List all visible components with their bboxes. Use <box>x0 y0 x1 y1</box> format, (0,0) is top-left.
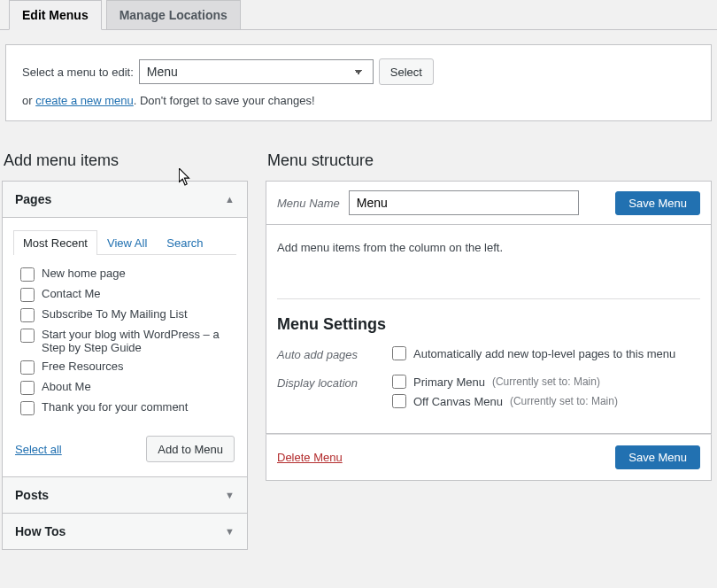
accordion-pages: Pages ▲ Most Recent View All Search New … <box>2 181 248 477</box>
page-list[interactable]: New home page Contact Me Subscribe To My… <box>13 255 236 423</box>
page-checkbox[interactable] <box>20 360 35 375</box>
create-menu-link[interactable]: create a new menu <box>35 94 134 107</box>
auto-add-label: Auto add pages <box>277 346 392 361</box>
tab-manage-locations[interactable]: Manage Locations <box>106 0 241 30</box>
accordion-pages-head[interactable]: Pages ▲ <box>3 182 247 218</box>
select-all-link[interactable]: Select all <box>15 443 62 456</box>
divider <box>277 298 700 299</box>
save-menu-button-top[interactable]: Save Menu <box>615 191 700 215</box>
accordion-howtos: How Tos ▼ <box>2 514 248 550</box>
auto-add-text: Automatically add new top-level pages to… <box>413 347 675 360</box>
accordion-posts-head[interactable]: Posts ▼ <box>3 477 247 513</box>
menu-selector-box: Select a menu to edit: Menu Select or cr… <box>5 44 712 121</box>
chevron-down-icon: ▼ <box>225 526 235 537</box>
location-primary-text: Primary Menu <box>413 375 485 389</box>
location-offcanvas-checkbox[interactable] <box>392 394 406 408</box>
page-item[interactable]: About Me <box>20 377 229 398</box>
select-button[interactable]: Select <box>379 58 434 85</box>
menu-name-input[interactable] <box>349 190 579 215</box>
select-menu-label: Select a menu to edit: <box>22 66 134 79</box>
inner-tabs: Most Recent View All Search <box>13 230 236 255</box>
display-location-label: Display location <box>277 375 392 390</box>
chevron-down-icon: ▼ <box>225 490 235 500</box>
page-item[interactable]: Free Resources <box>20 357 229 377</box>
menu-settings-title: Menu Settings <box>277 315 700 334</box>
auto-add-checkbox[interactable] <box>392 346 406 360</box>
accordion-pages-title: Pages <box>15 192 51 206</box>
save-menu-button-bottom[interactable]: Save Menu <box>615 445 700 469</box>
page-item[interactable]: Start your blog with WordPress – a Step … <box>20 325 229 357</box>
menu-name-row: Menu Name Save Menu <box>266 181 712 225</box>
menu-hint: Add menu items from the column on the le… <box>277 241 700 254</box>
menu-name-label: Menu Name <box>277 197 340 210</box>
selector-tail: . Don't forget to save your changes! <box>134 94 315 107</box>
inner-tab-all[interactable]: View All <box>97 230 157 255</box>
delete-menu-link[interactable]: Delete Menu <box>277 451 343 464</box>
location-primary-sub: (Currently set to: Main) <box>492 375 600 388</box>
inner-tab-search[interactable]: Search <box>157 230 212 255</box>
location-offcanvas-text: Off Canvas Menu <box>413 395 503 408</box>
add-to-menu-button[interactable]: Add to Menu <box>146 436 235 462</box>
accordion-posts-title: Posts <box>15 488 49 502</box>
inner-tab-recent[interactable]: Most Recent <box>13 230 97 255</box>
page-item[interactable]: Subscribe To My Mailing List <box>20 305 229 325</box>
page-checkbox[interactable] <box>20 267 35 282</box>
menu-footer: Delete Menu Save Menu <box>266 434 712 481</box>
selector-or: or <box>22 94 35 107</box>
chevron-up-icon: ▲ <box>225 194 235 205</box>
page-checkbox[interactable] <box>20 381 35 395</box>
page-checkbox[interactable] <box>20 308 35 322</box>
add-items-heading: Add menu items <box>4 151 248 170</box>
accordion-howtos-title: How Tos <box>15 524 66 538</box>
accordion-posts: Posts ▼ <box>2 477 248 514</box>
page-checkbox[interactable] <box>20 329 35 343</box>
location-primary-row[interactable]: Primary Menu (Currently set to: Main) <box>392 375 700 389</box>
page-checkbox[interactable] <box>20 288 35 302</box>
page-checkbox[interactable] <box>20 401 35 415</box>
menu-structure-heading: Menu structure <box>267 151 712 170</box>
accordion-howtos-head[interactable]: How Tos ▼ <box>3 514 247 549</box>
auto-add-check-row[interactable]: Automatically add new top-level pages to… <box>392 346 700 360</box>
page-item[interactable]: Thank you for your comment <box>20 398 229 418</box>
menu-body: Add menu items from the column on the le… <box>266 225 712 434</box>
nav-tabs: Edit Menus Manage Locations <box>0 0 717 30</box>
location-primary-checkbox[interactable] <box>392 375 406 389</box>
location-offcanvas-sub: (Currently set to: Main) <box>510 395 618 407</box>
menu-select[interactable]: Menu <box>139 59 374 84</box>
location-offcanvas-row[interactable]: Off Canvas Menu (Currently set to: Main) <box>392 394 700 408</box>
page-item[interactable]: New home page <box>20 264 229 284</box>
tab-edit-menus[interactable]: Edit Menus <box>9 0 102 30</box>
page-item[interactable]: Contact Me <box>20 284 229 305</box>
